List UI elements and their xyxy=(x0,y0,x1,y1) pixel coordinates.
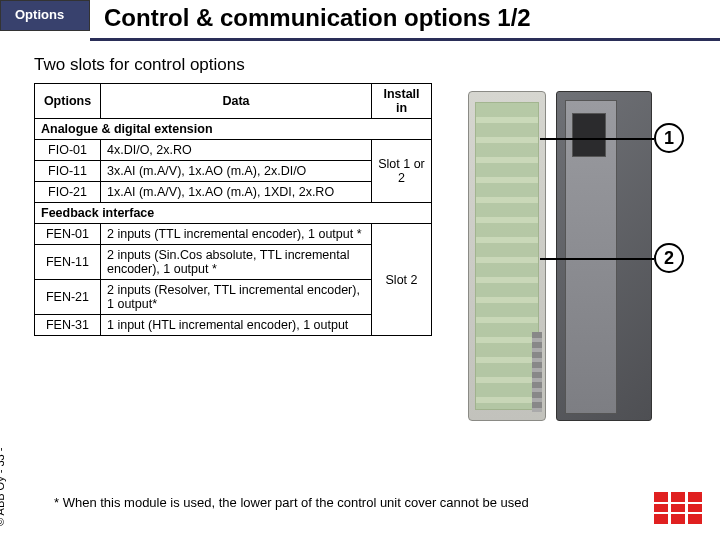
th-data: Data xyxy=(101,84,372,119)
abb-logo xyxy=(654,492,702,524)
data-cell: 3x.AI (m.A/V), 1x.AO (m.A), 2x.DI/O xyxy=(101,161,372,182)
footnote: * When this module is used, the lower pa… xyxy=(54,495,529,510)
subtitle: Two slots for control options xyxy=(34,55,720,75)
data-cell: 2 inputs (Sin.Cos absolute, TTL incremen… xyxy=(101,245,372,280)
data-cell: 4x.DI/O, 2x.RO xyxy=(101,140,372,161)
install-cell: Slot 2 xyxy=(372,224,432,336)
data-cell: 2 inputs (Resolver, TTL incremental enco… xyxy=(101,280,372,315)
opt-cell: FIO-21 xyxy=(35,182,101,203)
opt-cell: FEN-11 xyxy=(35,245,101,280)
data-cell: 2 inputs (TTL incremental encoder), 1 ou… xyxy=(101,224,372,245)
table-row: FIO-01 4x.DI/O, 2x.RO Slot 1 or 2 xyxy=(35,140,432,161)
table-row: FEN-01 2 inputs (TTL incremental encoder… xyxy=(35,224,432,245)
th-options: Options xyxy=(35,84,101,119)
section-heading: Analogue & digital extension xyxy=(35,119,432,140)
callout-1: 1 xyxy=(654,123,684,153)
callout-2: 2 xyxy=(654,243,684,273)
opt-cell: FEN-31 xyxy=(35,315,101,336)
install-cell: Slot 1 or 2 xyxy=(372,140,432,203)
callout-line-1 xyxy=(540,138,654,140)
opt-cell: FEN-01 xyxy=(35,224,101,245)
options-tab: Options xyxy=(0,0,90,31)
device-illustration: 1 2 xyxy=(456,83,676,463)
opt-cell: FIO-01 xyxy=(35,140,101,161)
drive-enclosure-image xyxy=(556,91,652,421)
options-table: Options Data Install in Analogue & digit… xyxy=(34,83,432,336)
control-unit-image xyxy=(468,91,546,421)
section-heading: Feedback interface xyxy=(35,203,432,224)
th-install: Install in xyxy=(372,84,432,119)
data-cell: 1 input (HTL incremental encoder), 1 out… xyxy=(101,315,372,336)
opt-cell: FIO-11 xyxy=(35,161,101,182)
data-cell: 1x.AI (m.A/V), 1x.AO (m.A), 1XDI, 2x.RO xyxy=(101,182,372,203)
page-title: Control & communication options 1/2 xyxy=(104,4,720,32)
callout-line-2 xyxy=(540,258,654,260)
copyright: © ABB Oy - 33 - xyxy=(0,448,6,526)
opt-cell: FEN-21 xyxy=(35,280,101,315)
